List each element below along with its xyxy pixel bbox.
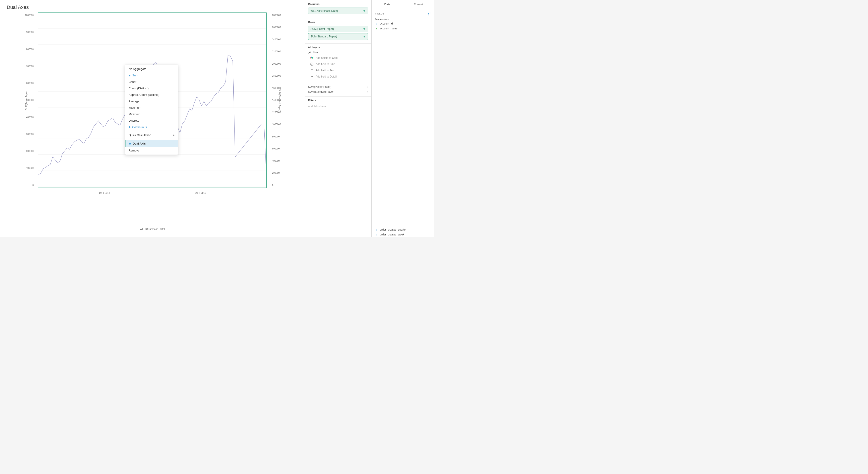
field-order-created-quarter-label: order_created_quarter xyxy=(380,228,406,231)
marks-header: All Layers xyxy=(308,46,368,48)
field-order-created-week[interactable]: # order_created_week xyxy=(372,232,434,237)
row-below-2[interactable]: SUM(Standard Paper) ≈ xyxy=(308,89,368,94)
columns-pill[interactable]: WEEK(Purchase Date) ▼ xyxy=(308,7,368,14)
columns-pill-arrow: ▼ xyxy=(363,9,366,13)
mark-type: Line xyxy=(308,50,368,55)
dimensions-label: Dimensions xyxy=(372,17,434,21)
x-axis-label: WEEK(Purchase Date) xyxy=(140,228,165,230)
hash-icon-account-id: # xyxy=(375,22,378,25)
rows-pill-1-arrow: ▼ xyxy=(363,27,366,31)
detail-card-label: Add field to Detail xyxy=(316,75,337,78)
svg-point-17 xyxy=(312,76,313,77)
color-card-label: Add a field to Color xyxy=(316,56,338,60)
svg-point-16 xyxy=(311,76,312,77)
middle-panel: Columns WEEK(Purchase Date) ▼ Rows SUM(P… xyxy=(305,0,372,237)
filters-section: Filters Add fields here... xyxy=(305,96,371,111)
tab-format[interactable]: Format xyxy=(403,0,434,9)
columns-label: Columns xyxy=(308,3,368,6)
right-panel: Data Format FIELDS ƒ+ Dimensions # accou… xyxy=(372,0,434,237)
marks-section: All Layers Line Add a field to Color xyxy=(305,44,371,82)
y-label-right: SUM(Standard Paper) xyxy=(278,89,281,111)
rows-pill-2-arrow: ▼ xyxy=(363,35,366,38)
svg-point-13 xyxy=(312,57,313,59)
filters-placeholder[interactable]: Add fields here... xyxy=(308,104,368,109)
filters-label: Filters xyxy=(308,99,368,102)
field-order-created-week-label: order_created_week xyxy=(380,233,404,236)
size-icon xyxy=(310,62,314,66)
text-icon-account-name: T xyxy=(375,27,378,30)
fields-label: FIELDS xyxy=(375,12,384,15)
row-below-1-icon: ≈ xyxy=(367,86,369,88)
field-account-name[interactable]: T account_name xyxy=(372,26,434,31)
line-chart-icon xyxy=(308,50,312,54)
size-card-label: Add field to Size xyxy=(316,63,335,66)
row-below-1[interactable]: SUM(Poster Paper) ≈ xyxy=(308,84,368,89)
hash-icon-week: # xyxy=(375,233,378,236)
field-account-name-label: account_name xyxy=(380,27,398,30)
rows-section: Rows SUM(Poster Paper) ▼ SUM(Standard Pa… xyxy=(305,18,371,44)
fields-formula-icon[interactable]: ƒ+ xyxy=(428,11,431,16)
color-icon xyxy=(310,56,314,60)
text-card-label: Add field to Text xyxy=(316,69,335,72)
text-card-icon: T xyxy=(310,68,314,72)
rows-pill-1[interactable]: SUM(Poster Paper) ▼ xyxy=(308,26,368,32)
detail-icon xyxy=(310,75,314,79)
rows-pill-2[interactable]: SUM(Standard Paper) ▼ xyxy=(308,33,368,40)
text-mark-card[interactable]: T Add field to Text xyxy=(308,67,368,73)
svg-point-15 xyxy=(311,64,312,65)
rows-below-section: SUM(Poster Paper) ≈ SUM(Standard Paper) … xyxy=(305,82,371,96)
x-axis: Jan 1 2014 Jan 1 2016 xyxy=(38,192,267,194)
columns-section: Columns WEEK(Purchase Date) ▼ xyxy=(305,0,371,18)
field-account-id-label: account_id xyxy=(380,22,393,25)
chart-title: Dual Axes xyxy=(7,4,298,10)
color-mark-card[interactable]: Add a field to Color xyxy=(308,55,368,61)
size-mark-card[interactable]: Add field to Size xyxy=(308,61,368,67)
row-below-2-icon: ≈ xyxy=(367,91,369,93)
tab-data[interactable]: Data xyxy=(372,0,403,9)
right-tabs: Data Format xyxy=(372,0,434,9)
y-label-left: SUM(Poster Paper) xyxy=(25,91,28,110)
fields-header: FIELDS ƒ+ xyxy=(372,9,434,17)
hash-icon-quarter: # xyxy=(375,228,378,231)
detail-mark-card[interactable]: Add field to Detail xyxy=(308,73,368,80)
fields-truncated xyxy=(372,31,434,75)
field-account-id[interactable]: # account_id xyxy=(372,21,434,26)
rows-label: Rows xyxy=(308,21,368,24)
field-order-created-quarter[interactable]: # order_created_quarter xyxy=(372,227,434,232)
